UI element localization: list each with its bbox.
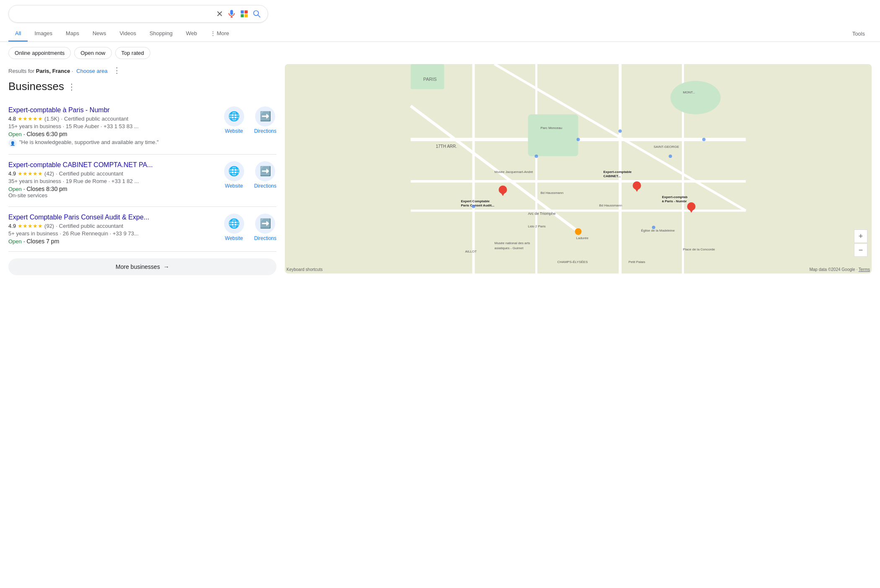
filter-online-appointments[interactable]: Online appointments <box>8 47 71 59</box>
business-list: Expert-comptable à Paris - Numbr 4.8 ★★★… <box>8 100 276 252</box>
search-bar-icons: ✕ <box>216 9 261 19</box>
filter-top-rated[interactable]: Top rated <box>115 47 150 59</box>
business-info: Expert-comptable à Paris - Numbr 4.8 ★★★… <box>8 106 224 147</box>
tab-videos[interactable]: Videos <box>113 26 143 41</box>
map-placeholder: PARIS 17TH ARR. Parc Monceau MONT... SAI… <box>285 64 872 273</box>
directions-button[interactable]: ➡️ Directions <box>254 214 276 241</box>
businesses-title: Businesses <box>8 80 64 93</box>
action-buttons: 🌐 Website ➡️ Directions <box>224 106 276 134</box>
zoom-out-button[interactable]: − <box>854 243 867 257</box>
review-count: (42) <box>44 170 54 177</box>
svg-text:Paris Conseil Audit...: Paris Conseil Audit... <box>461 204 495 207</box>
directions-button[interactable]: ➡️ Directions <box>254 161 276 189</box>
svg-text:Place de la Concorde: Place de la Concorde <box>683 248 715 251</box>
website-button[interactable]: 🌐 Website <box>224 214 244 241</box>
svg-point-55 <box>702 138 706 141</box>
details-row: 15+ years in business · 15 Rue Auber · +… <box>8 123 224 129</box>
voice-search-button[interactable] <box>227 10 236 18</box>
business-name[interactable]: Expert-comptable à Paris - Numbr <box>8 106 224 114</box>
tab-all[interactable]: All <box>8 26 28 41</box>
details-row: 35+ years in business · 19 Rue de Rome ·… <box>8 178 224 184</box>
open-status: Open · Closes 7 pm <box>8 238 224 245</box>
business-name[interactable]: Expert Comptable Paris Conseil Audit & E… <box>8 214 224 221</box>
business-name[interactable]: Expert-comptable CABINET COMPTA.NET PA..… <box>8 161 224 169</box>
directions-label: Directions <box>254 183 276 189</box>
directions-icon: ➡️ <box>255 161 275 181</box>
svg-text:Petit Palais: Petit Palais <box>629 260 645 264</box>
keyboard-shortcuts[interactable]: Keyboard shortcuts <box>286 267 323 272</box>
svg-text:Parc Monceau: Parc Monceau <box>541 126 563 130</box>
map-panel[interactable]: PARIS 17TH ARR. Parc Monceau MONT... SAI… <box>285 64 872 273</box>
svg-point-50 <box>577 138 580 141</box>
svg-text:Musée national des arts: Musée national des arts <box>495 241 530 245</box>
svg-point-36 <box>575 228 582 235</box>
search-input[interactable]: cabinet expert comptable paris <box>15 10 216 18</box>
website-button[interactable]: 🌐 Website <box>224 106 244 134</box>
business-card: Expert Comptable Paris Conseil Audit & E… <box>8 207 276 252</box>
category: Certified public accountant <box>59 223 123 229</box>
website-icon: 🌐 <box>224 161 244 181</box>
svg-text:Lido 2 Paris: Lido 2 Paris <box>528 224 546 228</box>
svg-rect-16 <box>528 114 578 156</box>
action-buttons: 🌐 Website ➡️ Directions <box>224 214 276 241</box>
zoom-in-button[interactable]: + <box>854 230 867 243</box>
tab-more[interactable]: ⋮ More <box>204 26 236 41</box>
svg-rect-3 <box>245 14 248 18</box>
clear-button[interactable]: ✕ <box>216 9 223 19</box>
left-panel: Results for Paris, France · Choose area … <box>8 64 276 282</box>
svg-text:MONT...: MONT... <box>683 90 695 94</box>
svg-text:asiatiques - Guimet: asiatiques - Guimet <box>495 246 524 250</box>
map-controls: + − <box>854 230 867 257</box>
results-area: Results for Paris, France · Choose area … <box>0 64 880 282</box>
review-count: (1.5K) <box>44 116 59 122</box>
svg-text:SAINT-GEORGE: SAINT-GEORGE <box>654 145 679 149</box>
tab-maps[interactable]: Maps <box>59 26 86 41</box>
tab-news[interactable]: News <box>86 26 113 41</box>
svg-point-56 <box>652 226 655 229</box>
svg-text:Bd Haussmann: Bd Haussmann <box>599 204 622 207</box>
svg-point-54 <box>472 205 475 208</box>
svg-text:Église de la Madeleine: Église de la Madeleine <box>641 229 675 232</box>
stars-icon: ★★★★★ <box>18 223 43 229</box>
search-button[interactable] <box>253 10 261 18</box>
directions-icon: ➡️ <box>255 106 275 126</box>
svg-text:17TH ARR.: 17TH ARR. <box>436 144 457 149</box>
results-more-icon[interactable]: ⋮ <box>113 66 121 75</box>
more-businesses-button[interactable]: More businesses → <box>8 258 276 275</box>
svg-text:Expert-comptable: Expert-comptable <box>604 170 632 174</box>
rating-num: 4.8 <box>8 116 16 122</box>
tab-images[interactable]: Images <box>28 26 59 41</box>
review-count: (92) <box>44 223 54 229</box>
svg-text:Musée Jacquemart-André: Musée Jacquemart-André <box>495 170 534 174</box>
tab-web[interactable]: Web <box>179 26 204 41</box>
tab-shopping[interactable]: Shopping <box>143 26 179 41</box>
tools-button[interactable]: Tools <box>846 26 872 41</box>
search-bar: cabinet expert comptable paris ✕ <box>8 5 268 23</box>
avatar: 👤 <box>8 139 17 147</box>
rating-row: 4.9 ★★★★★ (42) · Certified public accoun… <box>8 170 224 177</box>
open-status: Open · Closes 6:30 pm <box>8 131 224 137</box>
website-button[interactable]: 🌐 Website <box>224 161 244 189</box>
businesses-more-button[interactable]: ⋮ <box>67 82 76 92</box>
choose-area-link[interactable]: Choose area <box>76 68 107 74</box>
directions-label: Directions <box>254 128 276 134</box>
more-dots-icon: ⋮ <box>210 30 216 36</box>
stars-icon: ★★★★★ <box>18 170 43 177</box>
website-label: Website <box>225 235 243 241</box>
map-data: Map data ©2024 Google · Terms <box>809 267 870 272</box>
terms-link[interactable]: Terms <box>859 267 870 272</box>
lens-button[interactable] <box>240 10 248 18</box>
svg-rect-0 <box>241 10 244 14</box>
business-card: Expert-comptable CABINET COMPTA.NET PA..… <box>8 155 276 207</box>
details-row: 5+ years in business · 26 Rue Rennequin … <box>8 230 224 237</box>
svg-text:AILLOT: AILLOT <box>465 250 477 253</box>
filter-open-now[interactable]: Open now <box>74 47 111 59</box>
results-for: Results for Paris, France · Choose area … <box>8 64 276 80</box>
business-info: Expert-comptable CABINET COMPTA.NET PA..… <box>8 161 224 200</box>
svg-point-18 <box>671 81 721 114</box>
nav-tabs: All Images Maps News Videos Shopping Web… <box>0 26 880 42</box>
category: Certified public accountant <box>64 116 128 122</box>
svg-text:Arc de Triomphe: Arc de Triomphe <box>528 211 556 216</box>
website-label: Website <box>225 183 243 189</box>
directions-button[interactable]: ➡️ Directions <box>254 106 276 134</box>
